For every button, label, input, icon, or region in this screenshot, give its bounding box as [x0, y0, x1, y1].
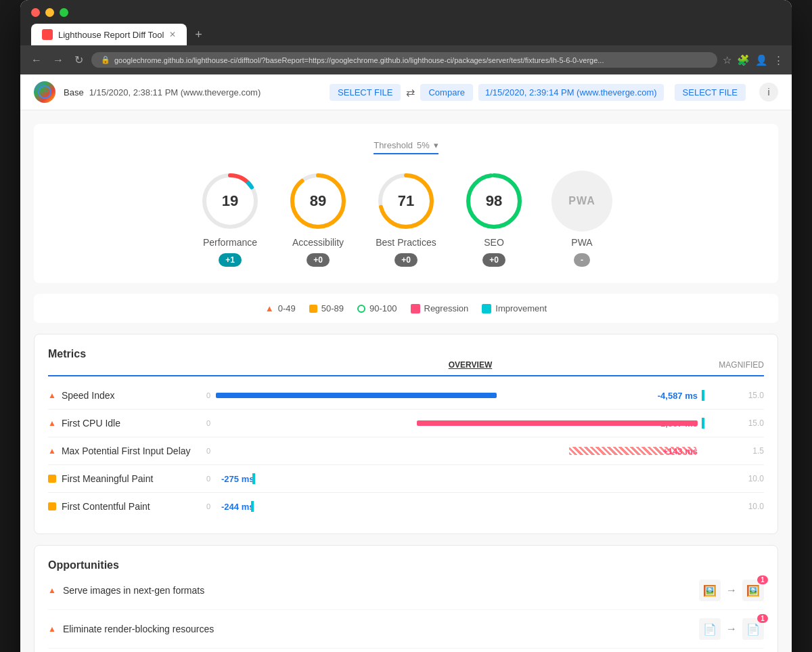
speed-index-name: ▲ Speed Index [48, 390, 197, 401]
max-fid-max: 1.5 [723, 446, 764, 456]
close-button[interactable] [31, 8, 40, 17]
new-tab-button[interactable]: + [189, 25, 208, 45]
accessibility-value: 89 [310, 192, 326, 210]
address-bar[interactable]: 🔒 googlechrome.github.io/lighthouse-ci/d… [91, 52, 717, 68]
legend: ▲ 0-49 50-89 90-100 Regression Imp [265, 303, 547, 313]
compare-render-icon: 📄 1 [742, 618, 764, 640]
minimize-button[interactable] [45, 8, 54, 17]
browser-buttons [31, 8, 781, 17]
best-practices-label: Best Practices [376, 237, 436, 248]
render-badge: 1 [757, 614, 768, 623]
menu-icon[interactable]: ⋮ [773, 54, 784, 66]
max-fid-name: ▲ Max Potential First Input Delay [48, 445, 197, 456]
seo-circle: 98 [464, 171, 524, 232]
fmp-max: 10.0 [723, 474, 764, 483]
regression-icon [411, 304, 420, 313]
scores-section: Threshold 5% ▾ 19 Performance [34, 124, 778, 283]
arrow-icon: → [726, 584, 737, 596]
app-header: Base 1/15/2020, 2:38:11 PM (www.theverge… [20, 74, 792, 110]
forward-button[interactable]: → [50, 51, 66, 69]
legend-90-100-label: 90-100 [369, 303, 397, 313]
legend-improvement-label: Improvement [495, 303, 547, 313]
toolbar-icons: ☆ 🧩 👤 ⋮ [723, 54, 784, 66]
pwa-label: PWA [571, 237, 592, 248]
seo-label: SEO [484, 237, 504, 248]
seo-value: 98 [486, 192, 502, 210]
tab-close-icon[interactable]: ✕ [169, 30, 176, 39]
score-seo: 98 SEO +0 [464, 171, 524, 267]
performance-label: Performance [203, 237, 257, 248]
fmp-bar: -275 ms [213, 472, 723, 485]
arrow-icon: → [726, 623, 737, 635]
max-fid-bar: +143 ms [213, 444, 723, 458]
metric-max-fid: ▲ Max Potential First Input Delay 0 +143… [48, 437, 764, 465]
legend-0-49-label: 0-49 [278, 303, 296, 313]
header-base-section: Base 1/15/2020, 2:38:11 PM (www.theverge… [64, 87, 261, 97]
first-cpu-idle-max: 15.0 [723, 418, 764, 428]
opportunity-render-blocking: ▲ Eliminate render-blocking resources 📄 … [48, 610, 764, 649]
threshold-selector[interactable]: Threshold 5% ▾ [374, 140, 438, 154]
performance-badge: +1 [219, 253, 242, 267]
info-button[interactable]: i [759, 83, 778, 102]
back-button[interactable]: ← [28, 51, 45, 69]
app-logo [34, 81, 55, 103]
compare-button[interactable]: Compare [420, 84, 472, 101]
triangle-icon: ▲ [48, 586, 56, 595]
performance-value: 19 [222, 192, 238, 210]
refresh-button[interactable]: ↻ [72, 51, 86, 69]
serve-images-icons: 🖼️ → 🖼️ 1 [699, 580, 764, 601]
active-tab[interactable]: Lighthouse Report Diff Tool ✕ [31, 24, 187, 45]
accessibility-circle: 89 [288, 171, 348, 232]
base-render-icon: 📄 [699, 618, 721, 640]
base-label: Base [64, 87, 84, 97]
legend-regression-label: Regression [424, 303, 469, 313]
fcp-bar: -244 ms [213, 500, 723, 513]
lock-icon: 🔒 [101, 56, 110, 64]
first-cpu-idle-name: ▲ First CPU Idle [48, 418, 197, 429]
metrics-title: Metrics [48, 348, 86, 360]
performance-circle: 19 [200, 171, 261, 232]
speed-index-bar: -4,587 ms [213, 389, 723, 402]
select-file-left-button[interactable]: SELECT FILE [330, 84, 401, 101]
browser-titlebar: Lighthouse Report Diff Tool ✕ + [20, 0, 792, 45]
score-accessibility: 89 Accessibility +0 [288, 171, 348, 267]
maximize-button[interactable] [60, 8, 68, 17]
speed-index-max: 15.0 [723, 391, 764, 400]
compare-arrow: ⇄ [406, 86, 415, 99]
first-cpu-idle-value: +1,507 ms [650, 418, 703, 429]
header-compare-section: SELECT FILE ⇄ Compare 1/15/2020, 2:39:14… [330, 84, 746, 101]
triangle-icon: ▲ [48, 624, 56, 634]
triangle-icon: ▲ [265, 303, 274, 313]
best-practices-value: 71 [398, 192, 414, 210]
metrics-card: Metrics OVERVIEW MAGNIFIED ▲ Speed Index… [34, 334, 778, 534]
legend-50-89: 50-89 [309, 303, 344, 313]
user-icon[interactable]: 👤 [755, 54, 768, 66]
serve-images-name: Serve images in next-gen formats [63, 585, 699, 596]
compare-date: 1/15/2020, 2:39:14 PM (www.theverge.com) [478, 84, 664, 101]
select-file-right-button[interactable]: SELECT FILE [675, 84, 746, 101]
base-date: 1/15/2020, 2:38:11 PM (www.theverge.com) [89, 87, 261, 97]
threshold-dropdown-icon: ▾ [434, 140, 438, 150]
legend-section: ▲ 0-49 50-89 90-100 Regression Imp [34, 294, 778, 323]
tab-overview[interactable]: OVERVIEW [231, 360, 710, 370]
svg-point-0 [39, 86, 51, 98]
circle-icon [357, 305, 365, 313]
seo-badge: +0 [482, 253, 505, 267]
tab-magnified[interactable]: MAGNIFIED [710, 360, 764, 370]
pwa-badge: - [574, 253, 590, 267]
accessibility-badge: +0 [307, 253, 330, 267]
scores-row: 19 Performance +1 89 Accessibility [200, 171, 612, 267]
extension-icon[interactable]: 🧩 [737, 54, 750, 66]
score-best-practices: 71 Best Practices +0 [376, 171, 436, 267]
metrics-header: OVERVIEW MAGNIFIED [48, 360, 764, 376]
best-practices-circle: 71 [376, 171, 436, 232]
tab-title: Lighthouse Report Diff Tool [58, 30, 164, 40]
opportunities-title: Opportunities [48, 559, 119, 571]
image-badge: 1 [757, 575, 768, 584]
score-pwa: PWA PWA - [551, 171, 612, 267]
triangle-icon: ▲ [48, 418, 56, 428]
bookmark-icon[interactable]: ☆ [723, 54, 731, 66]
main-content: Threshold 5% ▾ 19 Performance [20, 110, 792, 652]
metric-speed-index: ▲ Speed Index 0 -4,587 ms 15.0 [48, 382, 764, 410]
opportunity-serve-images: ▲ Serve images in next-gen formats 🖼️ → … [48, 571, 764, 610]
